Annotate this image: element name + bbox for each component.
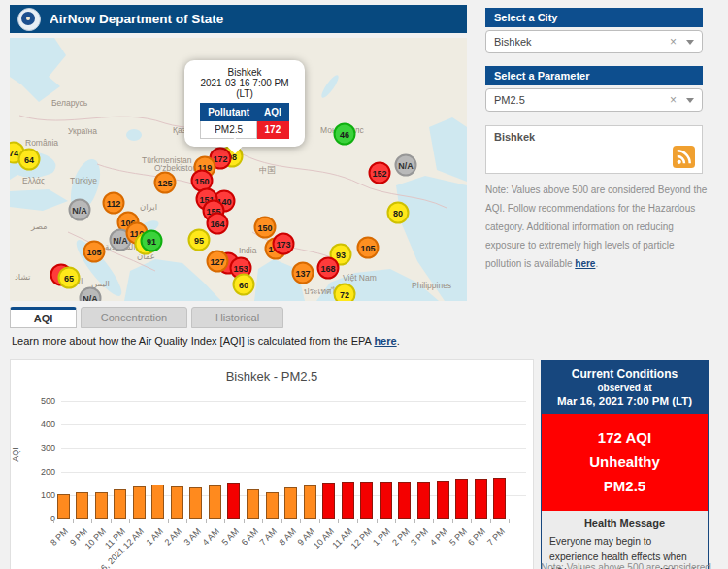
chart-plot-area: 01002003004005008 PM9 PM10 PM11 PMMar 16… <box>11 360 533 569</box>
aqi-marker[interactable]: N/A <box>395 154 417 177</box>
map-label: Việt Nam <box>343 273 377 283</box>
chart-x-tick <box>91 519 92 523</box>
map-label: India <box>239 246 256 255</box>
map-label: România <box>25 138 58 148</box>
health-message-block: Health Message Everyone may begin to exp… <box>542 511 708 569</box>
chart-bar[interactable] <box>398 482 411 519</box>
aqi-marker[interactable]: 72 <box>334 284 356 302</box>
city-card-header: Select a City <box>485 8 703 27</box>
chart-bar[interactable] <box>322 483 335 519</box>
chart-bar[interactable] <box>133 486 146 519</box>
observed-datetime: Mar 16, 2021 7:00 PM (LT) <box>546 395 704 407</box>
aqi-marker[interactable]: 60 <box>233 274 255 296</box>
aqi-marker[interactable]: 168 <box>317 257 340 280</box>
aqi-marker[interactable]: 105 <box>357 237 380 259</box>
chart-gridline <box>61 401 526 402</box>
map-label: Ελλάς <box>22 176 45 185</box>
city-caret-icon[interactable] <box>686 40 694 45</box>
aqi-marker[interactable]: 164 <box>207 213 229 235</box>
aqi-marker[interactable]: 152 <box>369 162 391 184</box>
sidebar-note-link[interactable]: here <box>575 258 595 269</box>
chart-x-tick <box>414 519 415 523</box>
popup-col-pollutant: Pollutant <box>201 104 257 121</box>
chart-x-tick <box>300 519 301 523</box>
current-aqi-category: Unhealthy <box>546 451 704 475</box>
aqi-marker[interactable]: 46 <box>334 123 356 146</box>
chart-bar[interactable] <box>95 492 108 519</box>
parameter-caret-icon[interactable] <box>686 98 694 103</box>
chart-x-tick <box>433 519 434 523</box>
chart-bar[interactable] <box>284 487 297 519</box>
app-header: AirNow Department of State <box>10 5 467 33</box>
learn-more-link[interactable]: here <box>374 335 396 347</box>
aqi-marker[interactable]: 150 <box>254 217 277 239</box>
parameter-card-header: Select a Parameter <box>485 66 703 85</box>
current-aqi-value: 172 AQI <box>546 426 704 451</box>
aqi-marker[interactable]: 112 <box>103 192 125 215</box>
map-popup: Bishkek 2021-03-16 7:00 PM (LT) Pollutan… <box>184 60 305 147</box>
aqi-marker[interactable]: 91 <box>141 230 163 252</box>
aqi-marker[interactable]: 80 <box>387 202 410 224</box>
map-label: مصر <box>31 221 48 231</box>
chart-x-tick <box>490 519 491 523</box>
chart-bar[interactable] <box>342 482 354 519</box>
popup-datetime: 2021-03-16 7:00 PM <box>190 78 299 88</box>
chart-bar[interactable] <box>189 487 202 519</box>
aqi-marker[interactable]: N/A <box>69 199 91 221</box>
aqi-marker[interactable]: 127 <box>207 251 229 273</box>
rss-city-label: Bishkek <box>494 131 694 143</box>
chart-x-tick <box>452 519 453 523</box>
chart-bar[interactable] <box>247 489 259 519</box>
chart-bar[interactable] <box>380 482 392 519</box>
city-select[interactable]: Bishkek × <box>485 30 703 53</box>
observed-at-label: observed at <box>546 383 704 393</box>
chart-x-tick <box>168 519 169 523</box>
aqi-marker[interactable]: 105 <box>83 241 106 263</box>
city-clear-icon[interactable]: × <box>670 35 677 49</box>
parameter-clear-icon[interactable]: × <box>670 93 677 107</box>
tab-aqi[interactable]: AQI <box>10 307 77 328</box>
aqi-marker[interactable]: 125 <box>154 172 177 194</box>
map-label: ايران <box>140 202 157 212</box>
aqi-marker[interactable]: 95 <box>188 229 211 251</box>
chart-bar[interactable] <box>360 482 373 519</box>
chart-bar[interactable] <box>475 479 487 519</box>
aqi-marker[interactable]: 64 <box>18 149 41 171</box>
chart-bar[interactable] <box>417 482 430 519</box>
tab-concentration[interactable]: Concentration <box>81 307 187 328</box>
chart-y-tick: 200 <box>11 467 55 477</box>
learn-more-period: . <box>397 335 400 347</box>
chart-gridline <box>61 472 526 473</box>
aqi-map[interactable]: БеларусьУкраїнаRomâniaҚазақстанΕλλάςTürk… <box>10 38 467 301</box>
aqi-marker[interactable]: 137 <box>292 262 314 284</box>
chart-bar[interactable] <box>304 485 316 519</box>
chart-bar[interactable] <box>227 483 240 519</box>
popup-aqi-value: 172 <box>257 121 289 139</box>
dos-seal-icon <box>17 8 41 31</box>
rss-icon[interactable] <box>673 146 695 168</box>
chart-bar[interactable] <box>76 492 88 519</box>
map-label: Türkiye <box>70 176 97 185</box>
chart-bar[interactable] <box>437 481 449 519</box>
tab-historical[interactable]: Historical <box>191 307 283 328</box>
chart-x-tick <box>395 519 396 523</box>
chart-x-tick <box>338 519 339 523</box>
chart-x-tick <box>186 519 187 523</box>
chart-bar[interactable] <box>171 486 183 519</box>
chart-bar[interactable] <box>455 479 468 519</box>
chart-bar[interactable] <box>151 485 164 519</box>
health-message-title: Health Message <box>549 518 700 529</box>
parameter-select[interactable]: PM2.5 × <box>485 88 703 112</box>
aqi-marker[interactable]: 173 <box>273 233 295 255</box>
rss-feed-box: Bishkek <box>485 125 703 174</box>
popup-col-aqi: AQI <box>257 104 289 121</box>
aqi-marker[interactable]: 65 <box>58 267 81 289</box>
chart-bar[interactable] <box>209 485 221 519</box>
chart-bar[interactable] <box>266 492 279 519</box>
chart-bar[interactable] <box>493 478 506 519</box>
chart-gridline <box>61 448 526 449</box>
chart-bar[interactable] <box>114 489 126 519</box>
sidebar-note-period: . <box>595 258 598 269</box>
chart-bar[interactable] <box>57 494 70 519</box>
current-aqi-pollutant: PM2.5 <box>546 475 704 499</box>
